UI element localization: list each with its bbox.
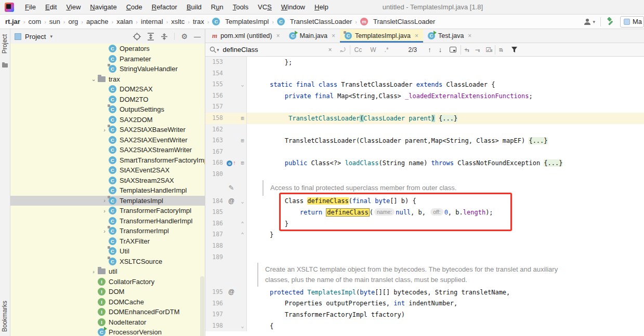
tree-scrollbar[interactable]: [200, 276, 204, 336]
breadcrumb-item[interactable]: xalan: [116, 18, 133, 25]
code-line-185[interactable]: 185 return defineClass(name:null, b, off…: [205, 207, 644, 218]
breadcrumb-item[interactable]: rt.jar: [5, 18, 20, 25]
menu-build[interactable]: Build: [182, 3, 206, 11]
remove-occurrence-button[interactable]: −II: [475, 46, 479, 53]
menu-edit[interactable]: Edit: [41, 3, 61, 11]
chevron-down-icon[interactable]: ▾: [50, 34, 52, 39]
tree-item-transformerimpl[interactable]: ›CTransformerImpl: [10, 226, 205, 236]
menu-window[interactable]: Window: [277, 3, 310, 11]
tree-item-processorversion[interactable]: CProcessorVersion: [10, 327, 205, 336]
fold-marker[interactable]: ⌄: [239, 320, 247, 332]
tree-item-outputsettings[interactable]: COutputSettings: [10, 104, 205, 115]
tree-item-dom2sax[interactable]: CDOM2SAX: [10, 84, 205, 95]
panel-title[interactable]: Project: [25, 33, 46, 41]
tree-item-dom2to[interactable]: CDOM2TO: [10, 95, 205, 105]
fold-marker[interactable]: ⌄: [239, 196, 247, 207]
line-number[interactable]: 153: [205, 57, 224, 68]
line-number[interactable]: 168: [205, 157, 224, 169]
line-number[interactable]: 198: [205, 320, 224, 332]
line-number[interactable]: 195: [205, 287, 224, 298]
line-number[interactable]: 197: [205, 309, 224, 320]
tab-main-java[interactable]: CMain.java×: [284, 29, 340, 43]
code-line-197[interactable]: 197 TransformerFactoryImpl tfactory): [205, 309, 644, 320]
close-icon[interactable]: ×: [332, 32, 335, 39]
tree-item-sax2staxeventwriter[interactable]: CSAX2StAXEventWriter: [10, 135, 205, 145]
clear-search-icon[interactable]: ×: [328, 46, 332, 53]
close-icon[interactable]: ×: [415, 32, 418, 39]
code-line-162[interactable]: 162: [205, 124, 644, 136]
fold-marker[interactable]: ⊞: [239, 135, 247, 146]
tab-pom-xml-untitled-[interactable]: mpom.xml (untitled)×: [207, 29, 284, 43]
run-configuration-select[interactable]: Ma: [620, 16, 644, 28]
overrides-method-icon[interactable]: o: [227, 160, 232, 166]
open-in-find-window-icon[interactable]: [450, 47, 456, 52]
line-number[interactable]: 158: [205, 113, 224, 124]
tree-item-transformerfactoryimpl[interactable]: ›CTransformerFactoryImpl: [10, 206, 205, 216]
code-line-155[interactable]: 155⌄ static final class TransletClassLoa…: [205, 79, 644, 90]
code-line-184[interactable]: 184@⌄ Class defineClass(final byte[] b) …: [205, 196, 644, 207]
line-number[interactable]: 155: [205, 79, 224, 90]
tool-stripe-project[interactable]: Project: [1, 34, 8, 53]
regex-toggle[interactable]: .*: [385, 46, 389, 53]
code-line-180[interactable]: 180: [205, 169, 644, 180]
search-newline-icon[interactable]: ⤾: [340, 46, 346, 53]
breadcrumb-item[interactable]: sun: [49, 18, 60, 25]
close-icon[interactable]: ×: [468, 32, 471, 39]
build-button[interactable]: [606, 17, 615, 26]
fold-marker[interactable]: ⌃: [239, 218, 247, 230]
tool-stripe-bookmarks[interactable]: Bookmarks: [1, 301, 8, 332]
code-line-198[interactable]: 198⌄ {: [205, 320, 644, 332]
expand-all-icon[interactable]: [147, 33, 154, 41]
fold-marker[interactable]: ⊞: [239, 157, 247, 169]
line-number[interactable]: 157: [205, 101, 224, 113]
menu-help[interactable]: Help: [310, 3, 333, 11]
tree-item-domenhancedfordtm[interactable]: IDOMEnhancedForDTM: [10, 307, 205, 317]
fold-marker[interactable]: ⌃: [239, 229, 247, 240]
breadcrumb-item[interactable]: CTemplatesImpl: [212, 18, 269, 25]
tree-item-transformerhandlerimpl[interactable]: CTransformerHandlerImpl: [10, 216, 205, 226]
tab-templatesimpl-java[interactable]: CTemplatesImpl.java×: [340, 29, 423, 43]
tree-item-staxevent2sax[interactable]: CStAXEvent2SAX: [10, 165, 205, 176]
code-line-156[interactable]: 156 private final Map<String,Class> _loa…: [205, 90, 644, 102]
tree-chevron-icon[interactable]: ›: [89, 268, 98, 275]
breadcrumb-item[interactable]: mTransletClassLoader: [360, 18, 435, 25]
user-account-button[interactable]: ▾: [583, 18, 595, 26]
menu-refactor[interactable]: Refactor: [147, 3, 182, 11]
menu-code[interactable]: Code: [122, 3, 147, 11]
tree-chevron-icon[interactable]: ›: [100, 208, 109, 214]
tree-item-smarttransformerfactoryimpl[interactable]: CSmartTransformerFactoryImpl: [10, 155, 205, 166]
menu-vcs[interactable]: VCS: [253, 3, 277, 11]
breadcrumb-item[interactable]: internal: [141, 18, 163, 25]
tree-chevron-icon[interactable]: ⌄: [89, 76, 98, 83]
tree-item-templateshandlerimpl[interactable]: CTemplatesHandlerImpl: [10, 185, 205, 196]
tree-item-xsltcsource[interactable]: CXSLTCSource: [10, 257, 205, 267]
select-all-occurrences-button[interactable]: ☑II: [485, 46, 492, 53]
tree-chevron-icon[interactable]: ›: [100, 127, 109, 133]
tree-item-collatorfactory[interactable]: ICollatorFactory: [10, 277, 205, 287]
previous-occurrence-button[interactable]: ↑: [428, 46, 431, 53]
code-line-187[interactable]: 187⌃ }: [205, 229, 644, 240]
hide-panel-icon[interactable]: —: [194, 33, 201, 41]
line-number[interactable]: 185: [205, 207, 224, 218]
line-number[interactable]: 162: [205, 124, 224, 136]
line-number[interactable]: 154: [205, 68, 224, 79]
tree-item-sax2staxbasewriter[interactable]: ›CSAX2StAXBaseWriter: [10, 125, 205, 135]
fold-marker[interactable]: ⌄: [239, 79, 247, 90]
code-line-167[interactable]: 167: [205, 146, 644, 158]
tree-item-trax[interactable]: ⌄trax: [10, 74, 205, 85]
line-number[interactable]: 167: [205, 146, 224, 158]
line-number[interactable]: 156: [205, 90, 224, 102]
breadcrumb-item[interactable]: CTransletClassLoader: [277, 18, 352, 25]
collapse-all-icon[interactable]: [161, 33, 168, 41]
menu-file[interactable]: File: [20, 3, 41, 11]
line-number[interactable]: 187: [205, 229, 224, 240]
search-input[interactable]: defineClass: [223, 46, 324, 53]
search-field-icon[interactable]: ▾: [209, 46, 219, 53]
code-line-196[interactable]: 196 Properties outputProperties, int ind…: [205, 298, 644, 310]
tree-item-sax2staxstreamwriter[interactable]: CSAX2StAXStreamWriter: [10, 145, 205, 155]
tree-item-traxfilter[interactable]: CTrAXFilter: [10, 236, 205, 247]
breadcrumb-item[interactable]: trax: [193, 18, 204, 25]
line-number[interactable]: 188: [205, 240, 224, 252]
menu-navigate[interactable]: Navigate: [85, 3, 121, 11]
code-line-195[interactable]: 195@ protected TemplatesImpl(byte[][] by…: [205, 287, 644, 298]
